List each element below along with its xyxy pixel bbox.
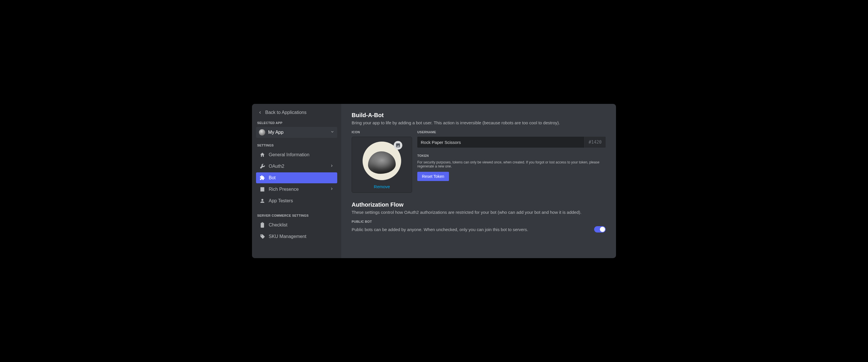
public-bot-toggle[interactable] — [594, 226, 606, 232]
nav-label: App Testers — [269, 198, 293, 203]
upload-image-button[interactable] — [394, 141, 402, 150]
remove-icon-link[interactable]: Remove — [374, 184, 390, 189]
token-label: TOKEN — [417, 154, 606, 157]
wrench-icon — [259, 163, 265, 169]
nav-bot[interactable]: Bot — [256, 172, 337, 183]
auth-description: These settings control how OAuth2 author… — [352, 210, 606, 215]
nav-label: Checklist — [269, 223, 287, 228]
puzzle-icon — [259, 175, 265, 181]
reset-token-button[interactable]: Reset Token — [417, 172, 449, 181]
authorization-flow-section: Authorization Flow These settings contro… — [352, 201, 606, 232]
back-to-applications-link[interactable]: Back to Applications — [256, 108, 337, 120]
toggle-knob — [600, 227, 605, 232]
nav-rich-presence[interactable]: Rich Presence — [256, 184, 337, 195]
icon-label: ICON — [352, 130, 412, 134]
chevron-right-icon — [330, 187, 334, 192]
nav-oauth2[interactable]: OAuth2 — [256, 161, 337, 172]
commerce-heading: SERVER COMMERCE SETTINGS — [256, 212, 337, 220]
app-selector[interactable]: My App — [256, 127, 337, 138]
back-label: Back to Applications — [265, 110, 306, 115]
public-bot-label: PUBLIC BOT — [352, 220, 606, 223]
discriminator: #1420 — [584, 137, 606, 147]
nav-label: SKU Management — [269, 234, 306, 239]
house-icon — [259, 152, 265, 158]
clipboard-icon — [259, 222, 265, 228]
nav-label: General Information — [269, 152, 309, 157]
username-label: USERNAME — [417, 130, 606, 134]
auth-title: Authorization Flow — [352, 201, 606, 208]
app-window: Back to Applications SELECTED APP My App… — [252, 104, 616, 258]
selected-app-heading: SELECTED APP — [256, 120, 337, 127]
settings-heading: SETTINGS — [256, 142, 337, 150]
icon-column: ICON Remove — [352, 130, 412, 193]
tag-icon — [259, 234, 265, 239]
selected-app-name: My App — [268, 130, 328, 135]
nav-app-testers[interactable]: App Testers — [256, 195, 337, 206]
main-content: Build-A-Bot Bring your app to life by ad… — [341, 104, 616, 258]
chevron-down-icon — [330, 130, 334, 135]
rock-image — [368, 151, 396, 174]
nav-general-information[interactable]: General Information — [256, 150, 337, 160]
chevron-right-icon — [330, 164, 334, 169]
token-help-text: For security purposes, tokens can only b… — [417, 160, 606, 168]
page-title: Build-A-Bot — [352, 112, 606, 119]
sidebar: Back to Applications SELECTED APP My App… — [252, 104, 341, 258]
nav-checklist[interactable]: Checklist — [256, 220, 337, 230]
nav-sku-management[interactable]: SKU Management — [256, 231, 337, 242]
username-input[interactable] — [417, 137, 584, 147]
document-icon — [259, 187, 265, 192]
nav-label: OAuth2 — [269, 164, 284, 169]
app-avatar-icon — [259, 129, 265, 135]
bot-fields-column: USERNAME #1420 TOKEN For security purpos… — [417, 130, 606, 193]
nav-label: Bot — [269, 175, 276, 180]
username-row: #1420 — [417, 137, 606, 147]
page-description: Bring your app to life by adding a bot u… — [352, 120, 606, 125]
arrow-left-icon — [257, 110, 263, 116]
nav-label: Rich Presence — [269, 187, 299, 192]
public-bot-description: Public bots can be added by anyone. When… — [352, 227, 588, 232]
person-icon — [259, 198, 265, 204]
bot-icon-uploader[interactable]: Remove — [352, 137, 412, 193]
